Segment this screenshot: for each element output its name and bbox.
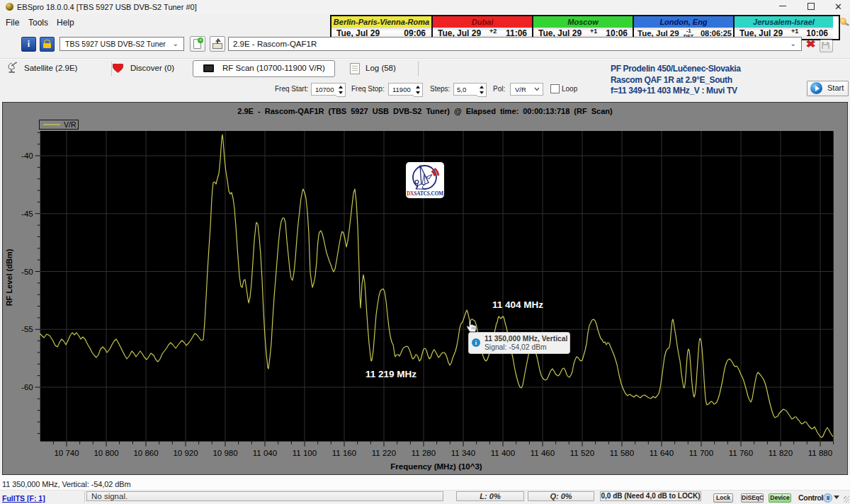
svg-text:11 219 MHz: 11 219 MHz <box>366 369 416 379</box>
svg-text:11 350,000 MHz, Vertical: 11 350,000 MHz, Vertical <box>484 335 567 343</box>
svg-text:11 760: 11 760 <box>729 449 753 457</box>
svg-text:11 400: 11 400 <box>491 449 515 457</box>
svg-text:11 280: 11 280 <box>412 449 436 457</box>
svg-text:V/R: V/R <box>64 120 76 129</box>
svg-text:10 800: 10 800 <box>94 449 118 457</box>
svg-text:RF Level (dBm): RF Level (dBm) <box>5 248 13 306</box>
svg-text:-55: -55 <box>21 325 33 333</box>
svg-text:10 980: 10 980 <box>212 449 237 457</box>
svg-text:11 580: 11 580 <box>610 449 634 457</box>
svg-text:-50: -50 <box>21 268 33 276</box>
svg-text:11 640: 11 640 <box>650 449 674 457</box>
svg-text:-40: -40 <box>21 151 33 160</box>
svg-text:11 100: 11 100 <box>293 449 317 457</box>
svg-text:10 740: 10 740 <box>54 449 79 457</box>
svg-text:10 860: 10 860 <box>133 449 158 457</box>
svg-text:Frequency (MHz) (10^3): Frequency (MHz) (10^3) <box>390 462 482 471</box>
svg-text:-45: -45 <box>21 210 33 218</box>
svg-text:11 160: 11 160 <box>332 449 356 457</box>
svg-text:DXSATCS.COM: DXSATCS.COM <box>407 190 443 197</box>
svg-text:11 520: 11 520 <box>570 449 594 457</box>
svg-text:11 460: 11 460 <box>531 449 555 457</box>
svg-text:11 820: 11 820 <box>769 449 793 457</box>
svg-text:2.9E - Rascom-QAF1R (TBS 5: 2.9E - Rascom-QAF1R (TBS 5927 USB DVB-S2… <box>237 107 613 115</box>
svg-text:11 220: 11 220 <box>372 449 396 457</box>
svg-text:11 404 MHz: 11 404 MHz <box>492 299 543 310</box>
svg-text:11 700: 11 700 <box>689 449 713 457</box>
svg-text:Signal: -54,02 dBm: Signal: -54,02 dBm <box>484 343 547 351</box>
svg-text:-60: -60 <box>21 383 33 391</box>
svg-text:11 340: 11 340 <box>451 449 475 457</box>
svg-text:11 040: 11 040 <box>253 449 277 457</box>
svg-text:11 880: 11 880 <box>808 449 832 457</box>
svg-text:10 920: 10 920 <box>173 449 198 457</box>
